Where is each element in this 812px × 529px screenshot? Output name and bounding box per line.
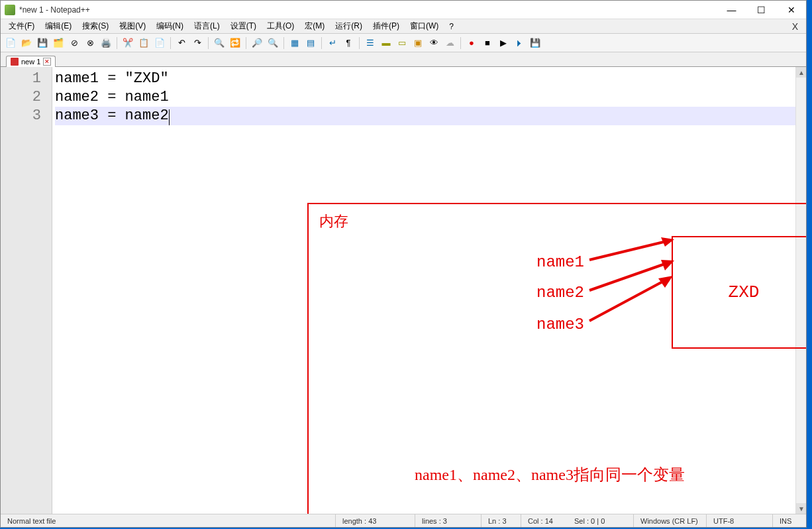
separator bbox=[170, 37, 171, 49]
sync-v-icon[interactable]: ▦ bbox=[287, 36, 302, 50]
status-encoding: UTF-8 bbox=[707, 514, 773, 527]
var-label-2: name2 bbox=[536, 284, 584, 302]
arrow-3-icon bbox=[587, 270, 677, 323]
menu-encoding[interactable]: 编码(N) bbox=[151, 19, 189, 33]
menu-edit[interactable]: 编辑(E) bbox=[40, 19, 77, 33]
status-sel: Sel : 0 | 0 bbox=[568, 514, 634, 527]
value-box: ZXD bbox=[672, 236, 806, 349]
folder-view-icon[interactable]: ▣ bbox=[411, 36, 425, 50]
close-all-icon[interactable]: ⊗ bbox=[83, 36, 97, 50]
paste-icon[interactable]: 📄 bbox=[152, 36, 167, 50]
close-file-icon[interactable]: ⊘ bbox=[67, 36, 81, 50]
save-macro-icon[interactable]: 💾 bbox=[528, 36, 542, 50]
window-controls: — ☐ ✕ bbox=[717, 1, 806, 19]
sync-h-icon[interactable]: ▤ bbox=[303, 36, 318, 50]
svg-line-4 bbox=[589, 281, 664, 321]
menu-plugins[interactable]: 插件(P) bbox=[368, 19, 405, 33]
minimize-button[interactable]: — bbox=[717, 1, 746, 19]
copy-icon[interactable]: 📋 bbox=[136, 36, 151, 50]
undo-icon[interactable]: ↶ bbox=[174, 36, 189, 50]
menu-view[interactable]: 视图(V) bbox=[114, 19, 151, 33]
zoom-in-icon[interactable]: 🔎 bbox=[250, 36, 264, 50]
maximize-button[interactable]: ☐ bbox=[746, 1, 776, 19]
menubar-close-icon[interactable]: X bbox=[787, 21, 803, 32]
separator bbox=[208, 37, 209, 49]
zoom-out-icon[interactable]: 🔍 bbox=[266, 36, 280, 50]
save-icon[interactable]: 💾 bbox=[35, 36, 50, 50]
scroll-up-icon[interactable]: ▲ bbox=[796, 67, 806, 78]
separator bbox=[359, 37, 360, 49]
status-length: length : 43 bbox=[336, 514, 415, 527]
diagram-caption: name1、name2、name3指向同一个变量 bbox=[415, 465, 685, 484]
status-col: Col : 14 bbox=[521, 514, 568, 527]
separator bbox=[246, 37, 246, 49]
indent-guide-icon[interactable]: ☰ bbox=[363, 36, 378, 50]
find-icon[interactable]: 🔍 bbox=[212, 36, 227, 50]
code-line[interactable]: name2 = name1 bbox=[55, 88, 806, 107]
menu-run[interactable]: 运行(R) bbox=[330, 19, 368, 33]
editor[interactable]: 1 2 3 name1 = "ZXD" name2 = name1 name3 … bbox=[1, 67, 806, 514]
separator bbox=[321, 37, 322, 49]
word-wrap-icon[interactable]: ↵ bbox=[325, 36, 340, 50]
menu-search[interactable]: 搜索(S) bbox=[77, 19, 114, 33]
menu-language[interactable]: 语言(L) bbox=[189, 19, 225, 33]
status-mode: INS bbox=[773, 514, 806, 527]
func-list-icon[interactable]: ▭ bbox=[395, 36, 409, 50]
memory-diagram: 内存 ZXD name1 name2 name3 bbox=[307, 203, 806, 514]
tab-close-icon[interactable]: ✕ bbox=[43, 58, 51, 66]
diagram-title: 内存 bbox=[319, 212, 348, 231]
window-title: *new 1 - Notepad++ bbox=[19, 5, 717, 15]
tab-label: new 1 bbox=[21, 58, 40, 66]
redo-icon[interactable]: ↷ bbox=[190, 36, 205, 50]
titlebar: *new 1 - Notepad++ — ☐ ✕ bbox=[1, 1, 806, 19]
print-icon[interactable]: 🖨️ bbox=[99, 36, 113, 50]
separator bbox=[460, 37, 461, 49]
separator bbox=[283, 37, 284, 49]
code-line-active[interactable]: name3 = name2 bbox=[55, 107, 806, 125]
menubar: 文件(F) 编辑(E) 搜索(S) 视图(V) 编码(N) 语言(L) 设置(T… bbox=[1, 19, 806, 34]
separator bbox=[117, 37, 117, 49]
value-text: ZXD bbox=[729, 283, 760, 302]
new-file-icon[interactable]: 📄 bbox=[3, 36, 18, 50]
var-label-1: name1 bbox=[536, 253, 584, 272]
status-filetype: Normal text file bbox=[1, 514, 336, 527]
menu-settings[interactable]: 设置(T) bbox=[225, 19, 262, 33]
stop-macro-icon[interactable]: ■ bbox=[480, 36, 495, 50]
cut-icon[interactable]: ✂️ bbox=[121, 36, 135, 50]
tab-active[interactable]: new 1 ✕ bbox=[6, 56, 56, 67]
close-button[interactable]: ✕ bbox=[776, 1, 806, 19]
save-all-icon[interactable]: 🗂️ bbox=[51, 36, 66, 50]
menu-macro[interactable]: 宏(M) bbox=[299, 19, 330, 33]
app-window: *new 1 - Notepad++ — ☐ ✕ 文件(F) 编辑(E) 搜索(… bbox=[0, 0, 807, 528]
record-macro-icon[interactable]: ● bbox=[464, 36, 479, 50]
text-cursor bbox=[169, 109, 170, 125]
play-multi-icon[interactable]: ⏵ bbox=[512, 36, 527, 50]
svg-marker-3 bbox=[661, 260, 674, 270]
monitor-icon[interactable]: 👁 bbox=[427, 36, 441, 50]
menu-tools[interactable]: 工具(O) bbox=[262, 19, 299, 33]
replace-icon[interactable]: 🔁 bbox=[228, 36, 242, 50]
line-number-gutter: 1 2 3 bbox=[1, 67, 52, 514]
status-ln: Ln : 3 bbox=[482, 514, 521, 527]
app-icon bbox=[5, 5, 15, 15]
menu-file[interactable]: 文件(F) bbox=[3, 19, 40, 33]
status-eol: Windows (CR LF) bbox=[634, 514, 707, 527]
doc-map-icon[interactable]: ▬ bbox=[379, 36, 393, 50]
play-macro-icon[interactable]: ▶ bbox=[496, 36, 511, 50]
line-number: 3 bbox=[1, 107, 41, 125]
tab-modified-icon bbox=[11, 58, 19, 66]
code-area[interactable]: name1 = "ZXD" name2 = name1 name3 = name… bbox=[52, 67, 806, 514]
line-number: 2 bbox=[1, 88, 41, 107]
status-lines: lines : 3 bbox=[415, 514, 482, 527]
cloud-icon[interactable]: ☁ bbox=[442, 36, 457, 50]
menu-window[interactable]: 窗口(W) bbox=[405, 19, 444, 33]
show-chars-icon[interactable]: ¶ bbox=[341, 36, 356, 50]
svg-marker-1 bbox=[661, 237, 674, 247]
code-line[interactable]: name1 = "ZXD" bbox=[55, 70, 806, 88]
var-label-3: name3 bbox=[536, 316, 584, 334]
tabbar: new 1 ✕ bbox=[1, 52, 806, 67]
menu-help[interactable]: ? bbox=[444, 21, 459, 32]
line-number: 1 bbox=[1, 70, 41, 88]
open-file-icon[interactable]: 📂 bbox=[19, 36, 34, 50]
statusbar: Normal text file length : 43 lines : 3 L… bbox=[1, 514, 806, 527]
